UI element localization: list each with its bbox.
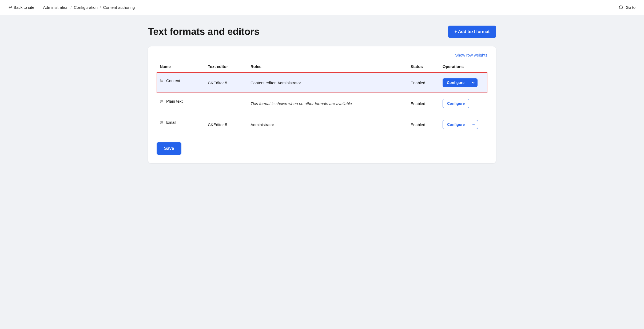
row-content-ops: Configure [439,72,487,93]
svg-line-1 [622,8,623,9]
row-email-name: Email [166,120,176,125]
row-plain-roles: This format is shown when no other forma… [247,93,407,114]
drag-handle-icon[interactable] [160,79,164,83]
configure-content-label: Configure [443,78,469,87]
add-text-format-button[interactable]: + Add text format [448,26,496,38]
page-header: Text formats and editors + Add text form… [148,26,496,38]
col-header-operations: Operations [439,62,487,72]
topbar: ↩ Back to site Administration / Configur… [0,0,644,15]
table-header: Name Text editor Roles Status Operations [157,62,487,72]
col-header-roles: Roles [247,62,407,72]
table-row: Plain text — This format is shown when n… [157,93,487,114]
go-to-label: Go to [626,5,635,10]
table-card: Show row weights Name Text editor Roles … [148,46,496,163]
topbar-divider [39,4,39,11]
back-to-site-link[interactable]: ↩ Back to site [9,5,34,10]
breadcrumb-config[interactable]: Configuration [74,5,98,10]
row-content-status: Enabled [407,72,439,93]
row-email-roles: Administrator [247,114,407,135]
configure-plain-label: Configure [447,101,465,106]
main-content: Text formats and editors + Add text form… [135,15,509,174]
drag-handle-icon[interactable] [160,120,164,125]
show-row-weights-link[interactable]: Show row weights [455,53,487,57]
table-row: Email CKEditor 5 Administrator Enabled C… [157,114,487,135]
col-header-text-editor: Text editor [205,62,247,72]
search-icon [619,5,623,10]
configure-plain-button[interactable]: Configure [443,99,469,108]
configure-email-button[interactable]: Configure [443,120,478,129]
row-plain-editor: — [205,93,247,114]
table-body: Content CKEditor 5 Content editor, Admin… [157,72,487,135]
table-top-action: Show row weights [157,53,487,57]
row-content-name-cell: Content [157,73,205,89]
formats-table: Name Text editor Roles Status Operations [157,62,487,135]
row-email-ops: Configure [439,114,487,135]
row-content-name: Content [166,78,180,83]
topbar-left: ↩ Back to site Administration / Configur… [9,4,135,11]
breadcrumb-sep2: / [100,5,101,10]
row-email-status: Enabled [407,114,439,135]
back-arrow-icon: ↩ [9,5,12,10]
row-content-editor: CKEditor 5 [205,72,247,93]
save-button[interactable]: Save [157,142,181,155]
save-section: Save [157,142,487,155]
drag-handle-icon[interactable] [160,99,164,103]
col-header-status: Status [407,62,439,72]
row-plain-status: Enabled [407,93,439,114]
configure-email-chevron-icon[interactable] [469,121,478,128]
back-to-site-label: Back to site [14,5,34,10]
configure-content-button[interactable]: Configure [443,78,478,87]
breadcrumb-content[interactable]: Content authoring [103,5,135,10]
breadcrumb-sep1: / [71,5,72,10]
row-plain-ops: Configure [439,93,487,114]
row-plain-name: Plain text [166,99,183,103]
go-to-button[interactable]: Go to [619,5,635,10]
breadcrumb-admin[interactable]: Administration [43,5,69,10]
page-title: Text formats and editors [148,26,259,37]
configure-content-chevron-icon[interactable] [469,79,478,86]
row-content-roles: Content editor, Administrator [247,72,407,93]
breadcrumb: Administration / Configuration / Content… [43,5,135,10]
table-row: Content CKEditor 5 Content editor, Admin… [157,72,487,93]
row-email-name-cell: Email [157,114,205,130]
col-header-name: Name [157,62,205,72]
configure-email-label: Configure [443,120,469,129]
row-email-editor: CKEditor 5 [205,114,247,135]
row-plain-name-cell: Plain text [157,93,205,109]
